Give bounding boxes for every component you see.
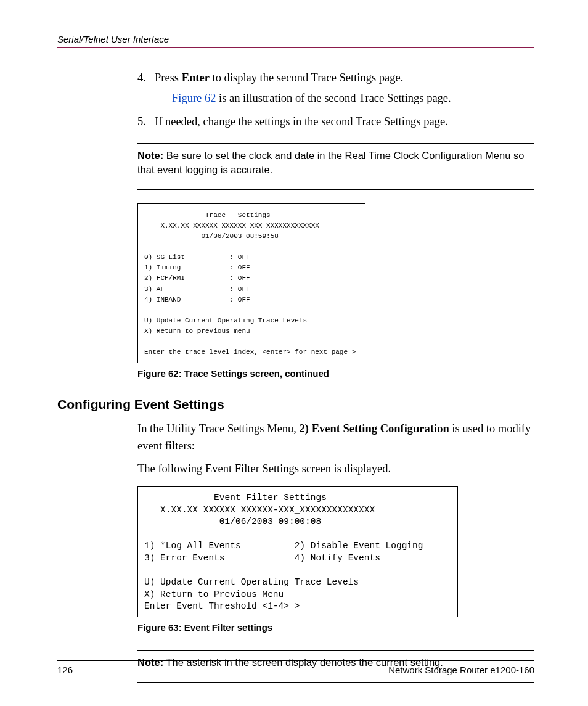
figure-63-box: Event Filter Settings X.XX.XX XXXXXX XXX… <box>137 486 458 617</box>
enter-key: Enter <box>182 72 210 84</box>
note2-rule-bottom <box>137 682 534 683</box>
page: Serial/Telnet User Interface 4. Press En… <box>0 0 588 706</box>
step-number: 4. <box>137 69 146 87</box>
p1-bold: 2) Event Setting Configuration <box>300 422 449 435</box>
section-p1: In the Utility Trace Settings Menu, 2) E… <box>137 421 534 455</box>
footer-row: 126 Network Storage Router e1200-160 <box>57 665 534 675</box>
step-4-subtext: Figure 62 is an illustration of the seco… <box>172 89 534 107</box>
figure-62-box: Trace Settings X.XX.XX XXXXXX XXXXXX-XXX… <box>137 203 365 363</box>
step-text: If needed, change the settings in the se… <box>155 115 448 128</box>
note-rule-bottom <box>137 189 534 190</box>
step-text-a: Press <box>155 72 182 84</box>
note2-rule-top <box>137 650 534 651</box>
section-p2: The following Event Filter Settings scre… <box>137 461 534 478</box>
note-label: Note: <box>137 150 163 161</box>
step-4-sub-rest: is an illustration of the second Trace S… <box>216 92 451 104</box>
doc-title: Network Storage Router e1200-160 <box>388 665 534 675</box>
running-header: Serial/Telnet User Interface <box>57 34 534 44</box>
main-content: 4. Press Enter to display the second Tra… <box>137 69 534 379</box>
step-text-b: to display the second Trace Settings pag… <box>210 72 403 84</box>
section-heading: Configuring Event Settings <box>57 397 534 412</box>
figure-63-caption: Figure 63: Event Filter settings <box>137 622 534 633</box>
section-body: In the Utility Trace Settings Menu, 2) E… <box>137 421 534 683</box>
figure-62-link[interactable]: Figure 62 <box>172 92 216 104</box>
note-rule-top <box>137 143 534 144</box>
figure-62-caption: Figure 62: Trace Settings screen, contin… <box>137 368 534 379</box>
page-footer: 126 Network Storage Router e1200-160 <box>57 660 534 675</box>
note-body: Be sure to set the clock and date in the… <box>137 150 524 175</box>
header-rule <box>57 47 534 48</box>
step-4: 4. Press Enter to display the second Tra… <box>137 69 534 107</box>
step-5: 5. If needed, change the settings in the… <box>137 113 534 131</box>
step-list: 4. Press Enter to display the second Tra… <box>137 69 534 131</box>
p1-a: In the Utility Trace Settings Menu, <box>137 422 300 435</box>
note-1: Note: Be sure to set the clock and date … <box>137 149 534 177</box>
page-number: 126 <box>57 665 73 675</box>
step-number: 5. <box>137 113 146 131</box>
footer-rule <box>57 660 534 661</box>
